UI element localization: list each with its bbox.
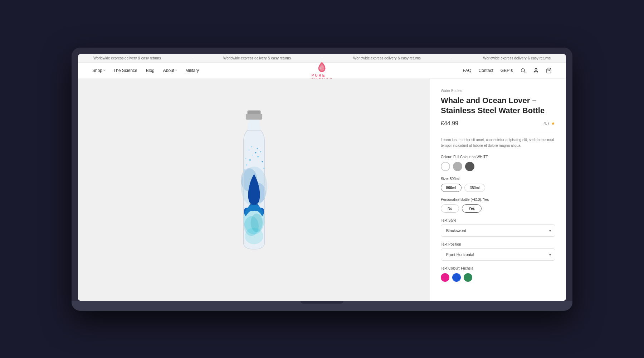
svg-point-11 (257, 156, 259, 157)
nav-currency[interactable]: GBP £ (501, 68, 513, 73)
svg-point-3 (535, 68, 537, 70)
personalise-btn-yes[interactable]: Yes (462, 204, 482, 213)
cart-icon[interactable] (546, 68, 552, 73)
product-rating: 4.7 ★ (543, 121, 555, 126)
announcement-text-3: Worldwide express delivery & easy return… (353, 56, 421, 60)
user-icon[interactable] (533, 68, 539, 73)
size-option-section: Size: 500ml 500ml 350ml (441, 177, 555, 192)
announcement-text-1: Worldwide express delivery & easy return… (93, 56, 161, 60)
size-options: 500ml 350ml (441, 184, 555, 192)
nav-military[interactable]: Military (185, 68, 199, 73)
main-content: Water Bottles Whale and Ocean Lover – St… (78, 79, 566, 301)
text-position-select[interactable]: Front Horizontal Front Vertical Back Hor… (441, 248, 555, 261)
personalise-options: No Yes (441, 204, 555, 213)
chevron-down-icon: ▾ (175, 69, 177, 72)
nav-about[interactable]: About ▾ (163, 68, 177, 73)
svg-point-17 (255, 152, 257, 153)
product-details: Water Bottles Whale and Ocean Lover – St… (430, 79, 566, 301)
dot-1: · (192, 57, 192, 60)
nav-right: FAQ Contact GBP £ (322, 68, 552, 73)
size-label: Size: 500ml (441, 177, 555, 181)
product-price: £44.99 (441, 120, 458, 127)
svg-point-14 (252, 154, 253, 155)
navbar: Shop ▾ The Science Blog About ▾ Military (78, 63, 566, 79)
product-image (218, 104, 290, 276)
text-position-section: Text Position Front Horizontal Front Ver… (441, 242, 555, 261)
svg-point-10 (249, 159, 251, 161)
svg-line-2 (524, 72, 525, 73)
announcement-text-2: Worldwide express delivery & easy return… (223, 56, 291, 60)
svg-point-20 (244, 169, 245, 170)
size-btn-350ml[interactable]: 350ml (464, 184, 485, 192)
dot-3: · (452, 57, 452, 60)
text-position-label: Text Position (441, 242, 555, 246)
text-colour-section: Text Colour: Fuchsia (441, 266, 555, 282)
text-colour-green[interactable] (464, 273, 472, 282)
svg-point-26 (245, 228, 263, 244)
colour-option-section: Colour: Full Colour on WHITE (441, 155, 555, 171)
colour-swatch-white[interactable] (441, 162, 450, 171)
product-image-area (78, 79, 430, 301)
nav-left: Shop ▾ The Science Blog About ▾ Military (92, 68, 322, 73)
nav-science[interactable]: The Science (113, 68, 137, 73)
svg-point-15 (260, 151, 261, 152)
svg-point-13 (262, 161, 263, 162)
text-position-dropdown-wrapper: Front Horizontal Front Vertical Back Hor… (441, 248, 555, 261)
svg-point-1 (521, 68, 525, 72)
personalise-label: Personalise Bottle (+£10): Yes (441, 198, 555, 202)
text-colour-options (441, 273, 555, 282)
text-style-select[interactable]: Blacksword Script Bold Classic (441, 224, 555, 237)
personalise-btn-no[interactable]: No (441, 204, 459, 213)
search-icon[interactable] (520, 68, 526, 73)
svg-point-18 (249, 149, 250, 150)
svg-text:P: P (319, 67, 322, 70)
svg-rect-6 (246, 113, 262, 120)
laptop-base (72, 301, 572, 311)
personalise-option-section: Personalise Bottle (+£10): Yes No Yes (441, 198, 555, 213)
text-colour-label: Text Colour: Fuchsia (441, 266, 555, 270)
dot-2: · (322, 57, 322, 60)
price-rating-row: £44.99 4.7 ★ (441, 120, 555, 132)
text-colour-blue[interactable] (452, 273, 461, 282)
colour-label: Colour: Full Colour on WHITE (441, 155, 555, 159)
laptop-screen: Worldwide express delivery & easy return… (78, 54, 566, 301)
text-style-section: Text Style Blacksword Script Bold Classi… (441, 218, 555, 237)
logo[interactable]: P PURE HYDRATION (312, 61, 333, 80)
colour-swatch-silver[interactable] (453, 162, 462, 171)
svg-point-12 (246, 164, 247, 165)
text-colour-fuchsia[interactable] (441, 273, 449, 282)
product-description: Lorem ipsum dolor sit amet, consectetur … (441, 137, 555, 149)
nav-blog[interactable]: Blog (146, 68, 155, 73)
logo-icon: P (316, 61, 328, 74)
announcement-text-4: Worldwide express delivery & easy return… (483, 56, 551, 60)
star-icon: ★ (551, 121, 555, 126)
text-style-dropdown-wrapper: Blacksword Script Bold Classic ▾ (441, 224, 555, 237)
breadcrumb: Water Bottles (441, 89, 555, 93)
text-style-label: Text Style (441, 218, 555, 222)
svg-point-22 (251, 146, 252, 147)
colour-options (441, 162, 555, 171)
svg-point-21 (257, 147, 258, 149)
nav-shop[interactable]: Shop ▾ (92, 68, 105, 73)
chevron-down-icon: ▾ (103, 69, 105, 72)
svg-point-16 (245, 158, 247, 159)
product-title: Whale and Ocean Lover – Stainless Steel … (441, 96, 555, 116)
laptop-frame: Worldwide express delivery & easy return… (72, 48, 572, 311)
size-btn-500ml[interactable]: 500ml (441, 184, 462, 192)
nav-contact[interactable]: Contact (479, 68, 493, 73)
rating-value: 4.7 (543, 121, 550, 126)
colour-swatch-dark[interactable] (465, 162, 474, 171)
nav-faq[interactable]: FAQ (463, 68, 471, 73)
